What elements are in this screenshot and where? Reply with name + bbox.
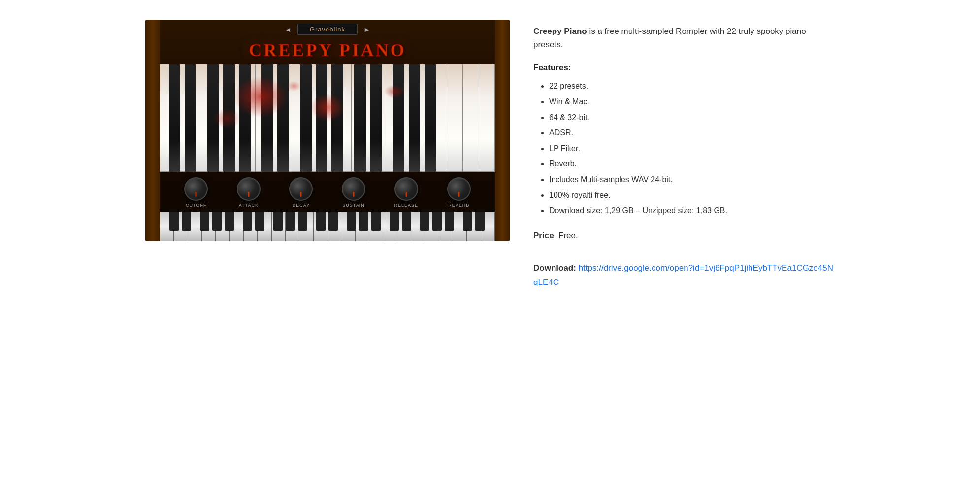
mini-black-key[interactable]: [475, 212, 485, 231]
mini-black-key[interactable]: [200, 212, 209, 231]
content-section: Creepy Piano is a free multi-sampled Rom…: [533, 20, 835, 295]
cutoff-label: CUTOFF: [186, 203, 206, 208]
mini-black-key[interactable]: [212, 212, 222, 231]
download-label: Download:: [533, 263, 576, 273]
plugin-name-bold: Creepy Piano: [533, 27, 587, 36]
price-value: Free.: [558, 231, 578, 240]
features-heading: Features:: [533, 63, 835, 73]
mini-black-key[interactable]: [420, 212, 429, 231]
mini-black-key[interactable]: [298, 212, 307, 231]
attack-knob[interactable]: [237, 177, 261, 201]
plugin-image: ◄ Graveblink ► CREEPY PIANO: [145, 20, 510, 241]
mini-black-key[interactable]: [316, 212, 326, 231]
list-item: LP Filter.: [549, 142, 835, 155]
mini-black-key[interactable]: [445, 212, 454, 231]
preset-name[interactable]: Graveblink: [297, 24, 358, 35]
mini-black-key[interactable]: [347, 212, 356, 231]
mini-black-key[interactable]: [328, 212, 338, 231]
attack-label: ATTACK: [239, 203, 259, 208]
image-section: ◄ Graveblink ► CREEPY PIANO: [145, 20, 510, 241]
knob-group-decay: DECAY: [289, 177, 313, 208]
mini-black-key[interactable]: [463, 212, 472, 231]
mini-black-key[interactable]: [273, 212, 283, 231]
mini-black-key[interactable]: [286, 212, 295, 231]
list-item: Win & Mac.: [549, 95, 835, 108]
list-item: 64 & 32-bit.: [549, 111, 835, 124]
page-container: ◄ Graveblink ► CREEPY PIANO: [145, 20, 835, 295]
mini-black-key[interactable]: [255, 212, 264, 231]
mini-keys-section: [160, 212, 495, 241]
reverb-label: REVERB: [448, 203, 469, 208]
cutoff-knob[interactable]: [184, 177, 208, 201]
download-section: Download: https://drive.google.com/open?…: [533, 261, 835, 290]
mini-black-key[interactable]: [182, 212, 191, 231]
decay-label: DECAY: [293, 203, 310, 208]
knob-group-sustain: SUSTAIN: [342, 177, 365, 208]
list-item: Reverb.: [549, 157, 835, 170]
mini-black-key[interactable]: [402, 212, 411, 231]
plugin-title: CREEPY PIANO: [145, 38, 510, 64]
blood-splatter: [160, 64, 495, 172]
list-item: Includes Multi-samples WAV 24-bit.: [549, 173, 835, 186]
knob-group-release: RELEASE: [394, 177, 419, 208]
features-list: 22 presets. Win & Mac. 64 & 32-bit. ADSR…: [533, 80, 835, 217]
piano-keys-visual: [160, 64, 495, 172]
prev-preset-button[interactable]: ◄: [285, 26, 292, 33]
mini-black-key[interactable]: [169, 212, 179, 231]
mini-keys-visual: [160, 212, 495, 241]
price-label: Price: [533, 231, 554, 240]
list-item: 22 presets.: [549, 80, 835, 93]
price-section: Price: Free.: [533, 231, 835, 241]
release-label: RELEASE: [394, 203, 419, 208]
preset-bar: ◄ Graveblink ►: [145, 20, 510, 38]
mini-black-key[interactable]: [243, 212, 252, 231]
mini-black-key[interactable]: [432, 212, 442, 231]
download-link[interactable]: https://drive.google.com/open?id=1vj6Fpq…: [533, 263, 833, 287]
sustain-knob[interactable]: [342, 177, 365, 201]
knob-group-attack: ATTACK: [237, 177, 261, 208]
keys-area: [160, 64, 495, 172]
list-item: Download size: 1,29 GB – Unzipped size: …: [549, 204, 835, 217]
piano-ui: ◄ Graveblink ► CREEPY PIANO: [145, 20, 510, 241]
sustain-label: SUSTAIN: [342, 203, 364, 208]
reverb-knob[interactable]: [447, 177, 471, 201]
mini-black-key[interactable]: [225, 212, 234, 231]
mini-black-key[interactable]: [390, 212, 399, 231]
mini-black-key[interactable]: [371, 212, 381, 231]
next-preset-button[interactable]: ►: [363, 26, 370, 33]
knob-group-cutoff: CUTOFF: [184, 177, 208, 208]
list-item: 100% royalti free.: [549, 189, 835, 202]
mini-black-key[interactable]: [359, 212, 368, 231]
description: Creepy Piano is a free multi-sampled Rom…: [533, 25, 835, 51]
controls-section: CUTOFF ATTACK DECAY SUSTAIN: [145, 172, 510, 212]
list-item: ADSR.: [549, 126, 835, 139]
release-knob[interactable]: [394, 177, 418, 201]
decay-knob[interactable]: [289, 177, 313, 201]
knob-group-reverb: REVERB: [447, 177, 471, 208]
